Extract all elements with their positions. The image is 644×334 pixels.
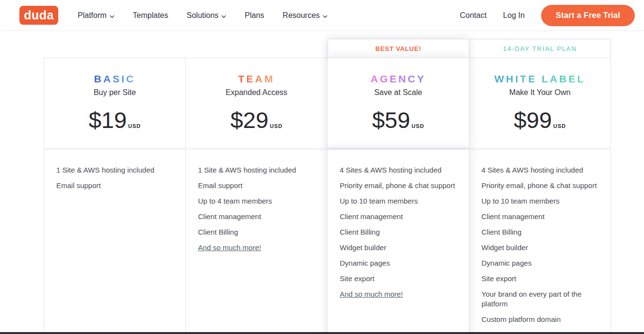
feature-item: Email support: [198, 181, 315, 191]
price-currency: USD: [270, 123, 282, 129]
feature-item: Your brand on every part of the platform: [481, 289, 599, 309]
nav-item-label: Platform: [78, 11, 107, 20]
plan-subtitle: Make It Your Own: [469, 88, 611, 97]
feature-item: Dynamic pages: [481, 258, 599, 268]
duda-logo[interactable]: duda: [19, 6, 58, 25]
nav-item-label: Solutions: [187, 11, 219, 20]
features-basic: 1 Site & AWS hosting includedEmail suppo…: [44, 149, 186, 334]
pricing-page: duda Platform Templates Solutions Plans: [0, 0, 644, 334]
features-team: 1 Site & AWS hosting includedEmail suppo…: [185, 149, 328, 334]
bottom-edge-bar: [0, 332, 644, 334]
feature-item: Client management: [481, 212, 599, 222]
login-link[interactable]: Log In: [503, 11, 525, 20]
feature-item: Priority email, phone & chat support: [481, 181, 599, 191]
plan-subtitle: Expanded Access: [186, 88, 327, 97]
nav-item-platform[interactable]: Platform: [78, 10, 115, 20]
trial-plan-banner: 14-DAY TRIAL PLAN: [469, 39, 611, 58]
chevron-down-icon: [323, 12, 328, 20]
feature-item: Widget builder: [481, 243, 599, 253]
feature-list: 1 Site & AWS hosting includedEmail suppo…: [56, 165, 174, 191]
nav-right-group: Contact Log In Start a Free Trial: [460, 5, 635, 26]
feature-item: Custom platform domain: [481, 315, 599, 324]
feature-item: Client Billing: [340, 227, 457, 237]
more-link[interactable]: And so much more!: [340, 290, 403, 298]
best-value-banner: BEST VALUE!: [328, 39, 470, 58]
feature-item: 4 Sites & AWS hosting included: [340, 165, 457, 175]
price-currency: USD: [128, 123, 141, 129]
plan-title: WHITE LABEL: [495, 73, 585, 85]
banner-row: BEST VALUE! 14-DAY TRIAL PLAN: [328, 39, 611, 58]
feature-item: Client management: [340, 212, 457, 222]
plan-price: $99USD: [469, 107, 611, 133]
plan-header-basic: BASIC Buy per Site $19USD: [44, 58, 186, 148]
plan-price: $29USD: [186, 107, 327, 133]
feature-list: 4 Sites & AWS hosting includedPriority e…: [340, 165, 457, 299]
chevron-down-icon: [110, 12, 115, 20]
feature-item: Site export: [340, 274, 457, 284]
nav-item-label: Resources: [282, 11, 319, 20]
plan-header-row: BASIC Buy per Site $19USD TEAM Expanded …: [44, 58, 611, 148]
feature-item: 1 Site & AWS hosting included: [56, 165, 174, 175]
feature-list: 1 Site & AWS hosting includedEmail suppo…: [198, 165, 315, 253]
feature-item: Email support: [56, 181, 174, 191]
feature-item: Site export: [481, 274, 599, 284]
feature-item: Up to 4 team members: [198, 196, 315, 206]
more-link[interactable]: And so much more!: [198, 243, 261, 252]
plan-header-white-label: WHITE LABEL Make It Your Own $99USD: [469, 58, 611, 148]
plan-features-row: 1 Site & AWS hosting includedEmail suppo…: [44, 149, 611, 334]
feature-item: Dynamic pages: [340, 258, 457, 268]
price-amount: $29: [231, 107, 268, 133]
plan-subtitle: Buy per Site: [44, 88, 185, 97]
feature-item: 1 Site & AWS hosting included: [198, 165, 315, 175]
nav-item-label: Templates: [133, 11, 168, 20]
plan-header-agency: AGENCY Save at Scale $59USD: [327, 58, 469, 148]
features-agency: 4 Sites & AWS hosting includedPriority e…: [327, 149, 469, 334]
price-currency: USD: [553, 123, 566, 129]
feature-list: 4 Sites & AWS hosting includedPriority e…: [481, 165, 599, 324]
feature-item: Priority email, phone & chat support: [340, 181, 457, 191]
feature-item: Client management: [198, 212, 315, 222]
price-amount: $59: [372, 107, 410, 133]
price-currency: USD: [412, 123, 424, 129]
plan-title: TEAM: [238, 73, 275, 85]
nav-item-resources[interactable]: Resources: [282, 10, 327, 20]
features-white-label: 4 Sites & AWS hosting includedPriority e…: [469, 149, 611, 334]
contact-link[interactable]: Contact: [460, 11, 486, 20]
start-free-trial-button[interactable]: Start a Free Trial: [541, 5, 635, 26]
feature-item: Up to 10 team members: [340, 196, 457, 206]
plan-subtitle: Save at Scale: [328, 88, 469, 97]
plan-price: $19USD: [44, 107, 185, 133]
pricing-table: BEST VALUE! 14-DAY TRIAL PLAN BASIC Buy …: [44, 39, 611, 334]
plan-title: BASIC: [94, 73, 135, 85]
chevron-down-icon: [221, 12, 226, 20]
feature-item: Client Billing: [198, 227, 315, 237]
price-amount: $19: [89, 107, 127, 133]
nav-item-label: Plans: [245, 11, 264, 20]
top-navigation: duda Platform Templates Solutions Plans: [0, 0, 644, 31]
nav-item-templates[interactable]: Templates: [133, 11, 168, 20]
plan-header-team: TEAM Expanded Access $29USD: [185, 58, 328, 148]
nav-menu: Platform Templates Solutions Plans Resou…: [78, 10, 328, 20]
nav-item-plans[interactable]: Plans: [245, 11, 264, 20]
price-amount: $99: [514, 107, 552, 133]
feature-item: Client Billing: [481, 227, 599, 237]
feature-item: Widget builder: [340, 243, 457, 253]
feature-item: Up to 10 team members: [481, 196, 599, 206]
plan-title: AGENCY: [371, 73, 426, 85]
feature-item: 4 Sites & AWS hosting included: [481, 165, 599, 175]
plan-price: $59USD: [328, 107, 469, 133]
nav-item-solutions[interactable]: Solutions: [187, 10, 227, 20]
